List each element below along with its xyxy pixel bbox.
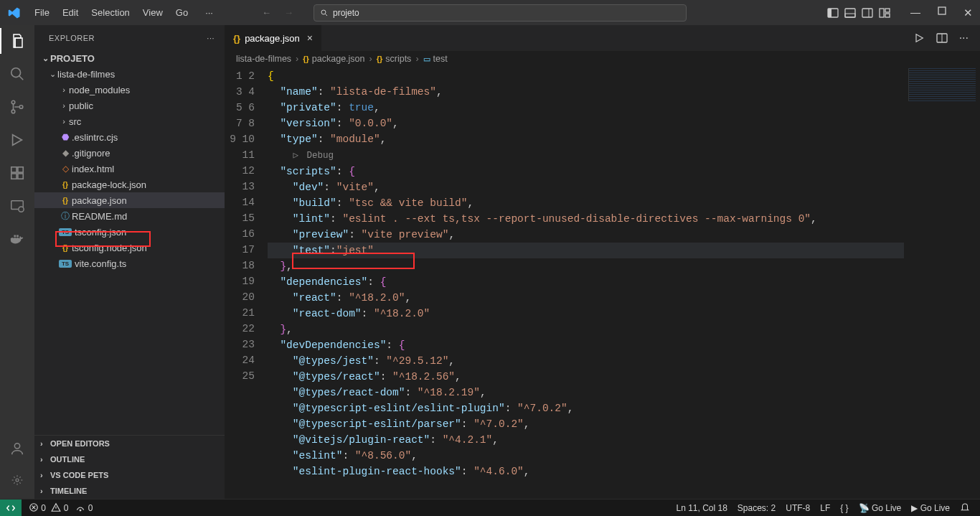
source-control-icon[interactable] bbox=[9, 98, 26, 116]
menu-go[interactable]: Go bbox=[170, 4, 194, 21]
file-item[interactable]: {}package-lock.json bbox=[34, 177, 225, 192]
search-icon bbox=[320, 9, 329, 17]
menu-selection[interactable]: Selection bbox=[85, 4, 135, 21]
file-item[interactable]: ◇index.html bbox=[34, 161, 225, 177]
json-file-icon: {} bbox=[233, 33, 240, 44]
layout-panel-right-icon[interactable] bbox=[862, 7, 873, 19]
layout-customize-icon[interactable] bbox=[879, 7, 890, 19]
tabs-row: {} package.json × ··· bbox=[225, 25, 980, 51]
minimize-icon[interactable]: — bbox=[910, 6, 920, 19]
svg-rect-8 bbox=[880, 9, 884, 17]
back-arrow-icon[interactable]: ← bbox=[262, 7, 271, 18]
maximize-icon[interactable] bbox=[938, 6, 946, 15]
svg-point-14 bbox=[11, 100, 15, 104]
sidebar-sections: ›OPEN EDITORS ›OUTLINE ›VS CODE PETS ›TI… bbox=[34, 435, 225, 499]
file-item[interactable]: ◆.gitignore bbox=[34, 145, 225, 161]
close-icon[interactable]: ✕ bbox=[963, 6, 973, 19]
section-open-editors[interactable]: ›OPEN EDITORS bbox=[34, 436, 225, 451]
status-encoding[interactable]: UTF-8 bbox=[786, 503, 810, 513]
window-controls: — ✕ bbox=[827, 6, 980, 19]
search-icon[interactable] bbox=[9, 65, 26, 83]
title-bar: File Edit Selection View Go ··· ← → proj… bbox=[0, 0, 980, 25]
status-bar: 0 0 0 Ln 11, Col 18 Spaces: 2 UTF-8 LF {… bbox=[0, 499, 980, 516]
split-editor-icon[interactable] bbox=[936, 32, 948, 44]
code-content[interactable]: { "name": "lista-de-filmes", "private": … bbox=[268, 67, 980, 499]
code-editor[interactable]: 1 2 3 4 5 6 7 8 9 10 11 12 13 14 15 16 1… bbox=[225, 67, 980, 499]
workspace-root[interactable]: ⌄PROJETO bbox=[34, 50, 225, 66]
activity-bar bbox=[0, 25, 34, 499]
svg-line-1 bbox=[325, 14, 327, 16]
remote-indicator[interactable] bbox=[0, 499, 22, 517]
settings-gear-icon[interactable] bbox=[9, 472, 26, 489]
minimap[interactable] bbox=[904, 67, 980, 499]
folder-item[interactable]: ›src bbox=[34, 113, 225, 129]
status-eol[interactable]: LF bbox=[820, 503, 830, 513]
file-item[interactable]: ⬣.eslintrc.cjs bbox=[34, 129, 225, 145]
status-golive-2[interactable]: ▶ Go Live bbox=[911, 503, 950, 513]
editor-area: {} package.json × ··· lista-de-filmes› {… bbox=[225, 25, 980, 499]
section-timeline[interactable]: ›TIMELINE bbox=[34, 483, 225, 499]
svg-point-0 bbox=[321, 10, 326, 14]
svg-rect-6 bbox=[862, 9, 872, 17]
section-vscode-pets[interactable]: ›VS CODE PETS bbox=[34, 467, 225, 483]
svg-point-16 bbox=[19, 105, 23, 109]
editor-more-icon[interactable]: ··· bbox=[959, 32, 969, 44]
svg-point-31 bbox=[80, 510, 82, 511]
file-item-active[interactable]: {}package.json bbox=[34, 192, 225, 208]
accounts-icon[interactable] bbox=[9, 440, 26, 457]
status-golive-1[interactable]: 📡 Go Live bbox=[859, 503, 902, 513]
command-center-text: projeto bbox=[333, 8, 359, 18]
svg-rect-9 bbox=[885, 9, 890, 12]
layout-panel-left-icon[interactable] bbox=[827, 7, 839, 19]
svg-line-13 bbox=[19, 76, 24, 80]
command-center[interactable]: projeto bbox=[314, 4, 687, 22]
debug-codelens[interactable]: ▷ Debug bbox=[280, 148, 334, 164]
menu-view[interactable]: View bbox=[137, 4, 169, 21]
file-item[interactable]: ⓘREADME.md bbox=[34, 208, 225, 224]
file-tree: ⌄PROJETO ⌄lista-de-filmes ›node_modules … bbox=[34, 50, 225, 435]
svg-rect-4 bbox=[845, 9, 855, 17]
folder-item[interactable]: ⌄lista-de-filmes bbox=[34, 66, 225, 82]
file-item[interactable]: TStsconfig.json bbox=[34, 224, 225, 240]
remote-explorer-icon[interactable] bbox=[9, 197, 26, 215]
extensions-icon[interactable] bbox=[9, 164, 26, 182]
explorer-title: EXPLORER bbox=[49, 34, 95, 42]
svg-point-23 bbox=[14, 444, 19, 449]
file-item[interactable]: {}tsconfig.node.json bbox=[34, 240, 225, 255]
svg-point-22 bbox=[19, 207, 24, 212]
status-ports[interactable]: 0 bbox=[75, 502, 93, 513]
svg-rect-10 bbox=[885, 14, 890, 17]
svg-rect-3 bbox=[828, 9, 831, 17]
svg-rect-19 bbox=[18, 174, 23, 179]
explorer-icon[interactable] bbox=[9, 32, 26, 50]
svg-point-24 bbox=[16, 479, 19, 482]
tab-close-icon[interactable]: × bbox=[307, 32, 313, 44]
line-gutter: 1 2 3 4 5 6 7 8 9 10 11 12 13 14 15 16 1… bbox=[225, 67, 268, 499]
svg-rect-17 bbox=[11, 167, 17, 172]
run-icon[interactable] bbox=[913, 32, 925, 44]
status-language[interactable]: { } bbox=[840, 503, 848, 513]
menu-more-icon[interactable]: ··· bbox=[199, 4, 219, 21]
breadcrumbs[interactable]: lista-de-filmes› {}package.json› {}scrip… bbox=[225, 51, 980, 67]
forward-arrow-icon[interactable]: → bbox=[284, 7, 293, 18]
status-bell-icon[interactable] bbox=[960, 502, 970, 514]
menu-edit[interactable]: Edit bbox=[57, 4, 84, 21]
explorer-sidebar: EXPLORER ··· ⌄PROJETO ⌄lista-de-filmes ›… bbox=[34, 25, 225, 499]
section-outline[interactable]: ›OUTLINE bbox=[34, 451, 225, 467]
status-spaces[interactable]: Spaces: 2 bbox=[738, 503, 776, 513]
folder-item[interactable]: ›public bbox=[34, 98, 225, 113]
svg-rect-11 bbox=[938, 7, 946, 14]
status-cursor[interactable]: Ln 11, Col 18 bbox=[676, 503, 727, 513]
tab-label: package.json bbox=[245, 33, 300, 44]
tab-package-json[interactable]: {} package.json × bbox=[225, 25, 321, 51]
file-item[interactable]: TSvite.config.ts bbox=[34, 255, 225, 271]
explorer-more-icon[interactable]: ··· bbox=[207, 34, 215, 42]
folder-item[interactable]: ›node_modules bbox=[34, 82, 225, 98]
status-problems[interactable]: 0 0 bbox=[29, 502, 68, 513]
layout-panel-bottom-icon[interactable] bbox=[844, 7, 856, 19]
history-nav: ← → bbox=[262, 7, 293, 18]
run-debug-icon[interactable] bbox=[9, 131, 26, 149]
docker-icon[interactable] bbox=[9, 230, 26, 248]
menu-file[interactable]: File bbox=[29, 4, 55, 21]
svg-point-15 bbox=[11, 110, 15, 113]
